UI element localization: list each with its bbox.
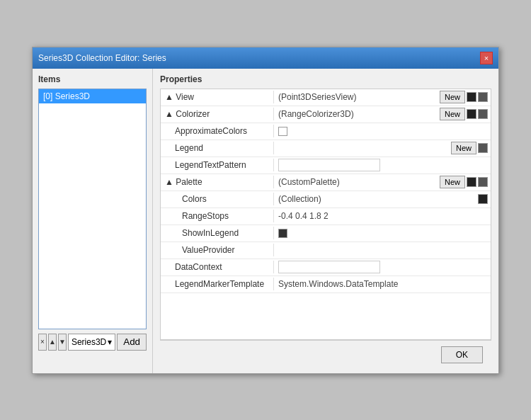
prop-controls-palette: New	[437, 174, 491, 190]
section-arrow-icon: ▲	[165, 92, 176, 102]
prop-controls-colors	[475, 193, 491, 205]
extra-button-colorizer[interactable]	[478, 109, 488, 119]
bottom-controls: × ▲ ▼ Series3D ▾ Add	[38, 334, 147, 351]
items-list[interactable]: [0] Series3D	[38, 89, 147, 329]
prop-value-legend	[274, 147, 448, 149]
move-up-button[interactable]: ▲	[48, 334, 57, 351]
prop-row-legend-text: LegendTextPattern	[161, 157, 491, 174]
delete-button[interactable]: ×	[38, 334, 47, 351]
prop-value-colors: (Collection)	[274, 193, 475, 205]
new-button-view[interactable]: New	[440, 91, 465, 103]
new-button-colorizer[interactable]: New	[440, 108, 465, 120]
content-area: Items [0] Series3D × ▲ ▼ Series3D ▾ Add …	[33, 69, 498, 373]
list-item[interactable]: [0] Series3D	[39, 89, 146, 103]
move-down-button[interactable]: ▼	[58, 334, 67, 351]
prop-value-approx	[274, 125, 475, 137]
checkbox-show-legend[interactable]	[278, 229, 287, 238]
prop-row-colorizer: ▲ Colorizer (RangeColorizer3D) New	[161, 106, 491, 123]
new-button-palette[interactable]: New	[440, 176, 465, 188]
prop-row-datacontext: DataContext	[161, 259, 491, 276]
prop-value-datacontext	[274, 259, 491, 275]
right-panel: Properties ▲ ▲ ViewView (Point3DSeriesVi…	[153, 69, 498, 373]
dots-button-view[interactable]	[467, 92, 476, 102]
prop-row-approx: ApproximateColors	[161, 123, 491, 140]
prop-label-rangestops: RangeStops	[161, 210, 274, 222]
prop-row-palette: ▲ Palette (CustomPalette) New BluePalett…	[161, 174, 491, 191]
properties-header: Properties	[160, 74, 491, 84]
close-button[interactable]: ×	[480, 52, 493, 64]
prop-label-colors: Colors	[161, 193, 274, 205]
items-header: Items	[38, 74, 147, 84]
prop-label-colorizer: ▲ Colorizer	[161, 108, 274, 120]
prop-value-legend-marker: System.Windows.DataTemplate	[274, 278, 491, 290]
prop-row-rangestops: RangeStops -0.4 0.4 1.8 2	[161, 208, 491, 225]
prop-label-legend: Legend	[161, 142, 274, 154]
datacontext-input[interactable]	[278, 261, 380, 273]
prop-label-approx: ApproximateColors	[161, 125, 274, 137]
dropdown-arrow-icon: ▾	[108, 337, 112, 347]
dialog-footer: OK	[160, 340, 491, 369]
series-type-dropdown[interactable]: Series3D ▾	[68, 334, 115, 351]
window-title: Series3D Collection Editor: Series	[38, 53, 166, 63]
dots-button-colorizer[interactable]	[467, 109, 476, 119]
prop-row-show-legend: ShowInLegend	[161, 225, 491, 242]
checkbox-approx[interactable]	[278, 127, 287, 136]
prop-value-colorizer: (RangeColorizer3D)	[274, 108, 437, 120]
prop-value-legend-text	[274, 157, 475, 173]
prop-controls-legend-text	[475, 159, 491, 171]
prop-value-valueprovider	[274, 249, 491, 251]
prop-controls-view: New	[437, 89, 491, 105]
prop-value-rangestops: -0.4 0.4 1.8 2	[274, 210, 491, 222]
prop-label-valueprovider: ValueProvider	[161, 244, 274, 256]
legend-text-input[interactable]	[278, 159, 380, 171]
prop-label-view: ▲ ▲ ViewView	[161, 91, 274, 103]
add-button[interactable]: Add	[117, 334, 147, 351]
title-bar: Series3D Collection Editor: Series ×	[33, 47, 498, 69]
prop-row-view: ▲ ▲ ViewView (Point3DSeriesView) New	[161, 89, 491, 106]
dots-button-colors[interactable]	[478, 194, 488, 204]
prop-controls-approx	[475, 125, 491, 137]
left-panel: Items [0] Series3D × ▲ ▼ Series3D ▾ Add	[33, 69, 153, 373]
prop-row-colors: Colors (Collection)	[161, 191, 491, 208]
prop-controls-legend: New	[448, 140, 491, 156]
prop-controls-colorizer: New	[437, 106, 491, 122]
dots-button-palette[interactable]	[467, 177, 476, 187]
ok-button[interactable]: OK	[441, 346, 483, 363]
prop-label-legend-text: LegendTextPattern	[161, 159, 274, 171]
prop-row-legend: Legend New	[161, 140, 491, 157]
main-window: Series3D Collection Editor: Series × Ite…	[32, 47, 499, 374]
prop-value-palette: (CustomPalette)	[274, 176, 437, 188]
prop-label-palette: ▲ Palette	[161, 176, 274, 188]
prop-row-valueprovider: ValueProvider	[161, 242, 491, 259]
prop-label-show-legend: ShowInLegend	[161, 227, 274, 239]
extra-button-view[interactable]	[478, 92, 488, 102]
properties-area: ▲ ▲ ViewView (Point3DSeriesView) New ▲ C…	[160, 89, 491, 340]
extra-button-palette[interactable]	[478, 177, 488, 187]
extra-button-legend[interactable]	[478, 143, 488, 153]
prop-label-legend-marker: LegendMarkerTemplate	[161, 278, 274, 290]
prop-row-legend-marker: LegendMarkerTemplate System.Windows.Data…	[161, 276, 491, 293]
prop-label-datacontext: DataContext	[161, 261, 274, 273]
new-button-legend[interactable]: New	[451, 142, 476, 154]
prop-value-view: (Point3DSeriesView)	[274, 91, 437, 103]
prop-value-show-legend	[274, 227, 491, 239]
